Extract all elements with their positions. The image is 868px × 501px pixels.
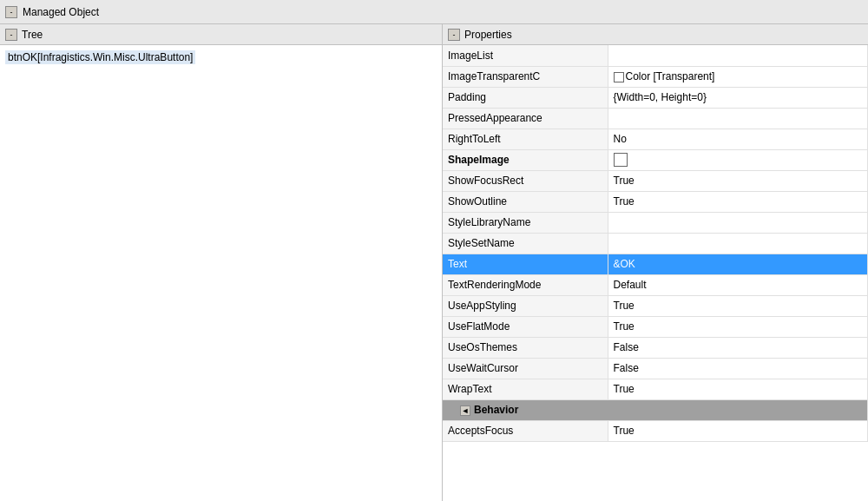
- property-value-cell[interactable]: True: [608, 295, 868, 316]
- property-name-cell: Text: [443, 254, 608, 274]
- header-title: Managed Object: [23, 6, 99, 18]
- header-collapse-button[interactable]: -: [5, 6, 17, 18]
- tree-panel-header: - Tree: [0, 24, 442, 45]
- property-name-cell: ShowFocusRect: [443, 170, 608, 191]
- table-row[interactable]: StyleLibraryName: [443, 212, 868, 233]
- property-name-cell: AcceptsFocus: [443, 420, 608, 441]
- property-value-cell[interactable]: True: [608, 316, 868, 337]
- property-name-cell: ImageTransparentC: [443, 66, 608, 87]
- properties-table: ImageListImageTransparentCColor [Transpa…: [443, 45, 868, 442]
- table-row[interactable]: Padding{Width=0, Height=0}: [443, 87, 868, 108]
- property-value-cell[interactable]: True: [608, 420, 868, 441]
- property-value-cell[interactable]: [608, 108, 868, 129]
- table-row[interactable]: ◄Behavior: [443, 399, 868, 420]
- color-swatch: [614, 72, 624, 82]
- right-panel: - Properties ImageListImageTransparentCC…: [443, 24, 868, 501]
- property-name-cell: RightToLeft: [443, 129, 608, 149]
- table-row[interactable]: WrapTextTrue: [443, 379, 868, 399]
- header-bar: - Managed Object: [0, 0, 868, 24]
- tree-item-label: btnOK[Infragistics.Win.Misc.UltraButton]: [5, 50, 195, 64]
- table-row[interactable]: UseOsThemesFalse: [443, 337, 868, 358]
- properties-table-wrapper[interactable]: ImageListImageTransparentCColor [Transpa…: [443, 45, 868, 501]
- table-row[interactable]: ShowFocusRectTrue: [443, 170, 868, 191]
- property-name-cell: ImageList: [443, 45, 608, 66]
- tree-content: btnOK[Infragistics.Win.Misc.UltraButton]: [0, 45, 442, 501]
- table-row[interactable]: ImageList: [443, 45, 868, 66]
- property-name-cell: UseFlatMode: [443, 316, 608, 337]
- table-row[interactable]: UseAppStylingTrue: [443, 295, 868, 316]
- property-name-cell: Padding: [443, 87, 608, 108]
- table-row[interactable]: StyleSetName: [443, 233, 868, 254]
- property-name-cell: UseWaitCursor: [443, 358, 608, 379]
- expand-icon[interactable]: ◄: [460, 405, 470, 416]
- property-name-cell: ShapeImage: [443, 149, 608, 170]
- properties-panel-header: - Properties: [443, 24, 868, 45]
- property-value-cell[interactable]: [608, 149, 868, 170]
- property-value-cell[interactable]: [608, 212, 868, 233]
- table-row[interactable]: TextRenderingModeDefault: [443, 274, 868, 295]
- shape-swatch: [614, 153, 628, 167]
- main-content: - Tree btnOK[Infragistics.Win.Misc.Ultra…: [0, 24, 868, 501]
- left-panel: - Tree btnOK[Infragistics.Win.Misc.Ultra…: [0, 24, 443, 501]
- table-row[interactable]: PressedAppearance: [443, 108, 868, 129]
- table-row[interactable]: ImageTransparentCColor [Transparent]: [443, 66, 868, 87]
- table-row[interactable]: ShapeImage: [443, 149, 868, 170]
- section-header-cell: ◄Behavior: [443, 399, 868, 420]
- property-name-cell: UseOsThemes: [443, 337, 608, 358]
- property-value-cell[interactable]: False: [608, 337, 868, 358]
- table-row[interactable]: AcceptsFocusTrue: [443, 420, 868, 441]
- property-value-cell[interactable]: Color [Transparent]: [608, 66, 868, 87]
- tree-collapse-button[interactable]: -: [5, 29, 17, 41]
- property-name-cell: StyleSetName: [443, 233, 608, 254]
- table-row[interactable]: UseWaitCursorFalse: [443, 358, 868, 379]
- properties-collapse-button[interactable]: -: [448, 29, 460, 41]
- property-name-cell: UseAppStyling: [443, 295, 608, 316]
- property-name-cell: StyleLibraryName: [443, 212, 608, 233]
- property-value-cell[interactable]: [608, 233, 868, 254]
- table-row[interactable]: UseFlatModeTrue: [443, 316, 868, 337]
- property-value-cell[interactable]: False: [608, 358, 868, 379]
- tree-panel-title: Tree: [22, 29, 43, 41]
- property-name-cell: TextRenderingMode: [443, 274, 608, 295]
- table-row[interactable]: Text&OK: [443, 254, 868, 274]
- property-name-cell: PressedAppearance: [443, 108, 608, 129]
- property-value-cell[interactable]: &OK: [608, 254, 868, 274]
- table-row[interactable]: RightToLeftNo: [443, 129, 868, 149]
- tree-item[interactable]: btnOK[Infragistics.Win.Misc.UltraButton]: [5, 49, 437, 66]
- property-value-cell[interactable]: True: [608, 170, 868, 191]
- property-value-cell[interactable]: {Width=0, Height=0}: [608, 87, 868, 108]
- table-row[interactable]: ShowOutlineTrue: [443, 191, 868, 212]
- property-value-cell[interactable]: True: [608, 379, 868, 399]
- property-value-cell[interactable]: True: [608, 191, 868, 212]
- property-name-cell: WrapText: [443, 379, 608, 399]
- property-value-cell[interactable]: No: [608, 129, 868, 149]
- property-value-cell[interactable]: [608, 45, 868, 66]
- property-name-cell: ShowOutline: [443, 191, 608, 212]
- property-value-cell[interactable]: Default: [608, 274, 868, 295]
- properties-panel-title: Properties: [464, 29, 512, 41]
